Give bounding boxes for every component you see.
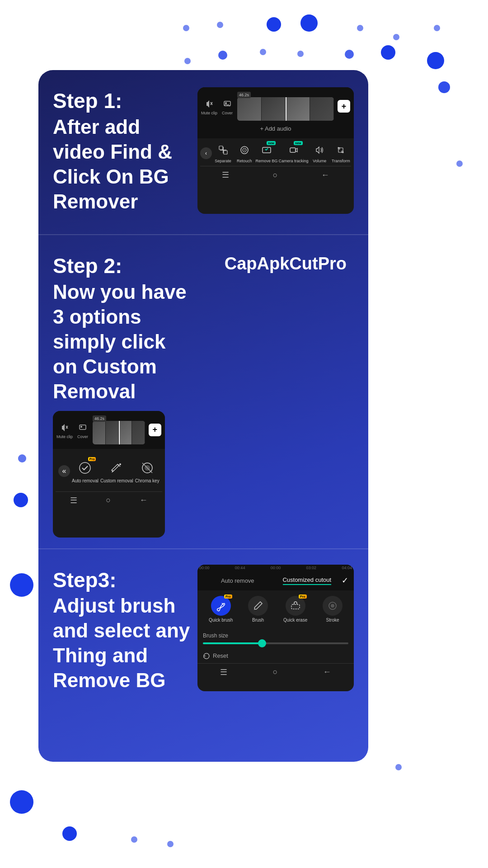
- dot-right-1: [395, 764, 402, 770]
- step3-cutout-tabs: Auto remove Customized cutout ✓: [197, 571, 354, 590]
- step3-reset-row[interactable]: Reset: [197, 649, 354, 663]
- dot-2: [217, 22, 223, 28]
- step3-description: Adjust brush and select any Thing and Re…: [53, 594, 190, 691]
- svg-point-16: [80, 462, 90, 473]
- dot-13: [381, 45, 395, 60]
- step2-mute-btn[interactable]: Mute clip: [56, 421, 73, 439]
- step3-menu-icon[interactable]: ☰: [220, 667, 227, 677]
- dot-5: [357, 25, 363, 31]
- tool-volume[interactable]: Volume: [310, 143, 330, 163]
- svg-rect-5: [224, 151, 227, 154]
- dot-left-1: [18, 454, 26, 462]
- svg-rect-10: [290, 148, 296, 152]
- dot-11: [297, 51, 304, 57]
- svg-point-15: [80, 426, 82, 428]
- step3-number: Step3:: [53, 568, 117, 592]
- main-card: Step 1: After add video Find & Click On …: [38, 70, 368, 762]
- step3-home-icon[interactable]: ○: [273, 667, 278, 677]
- step1-number: Step 1:: [53, 89, 122, 113]
- dot-9: [218, 51, 227, 60]
- step3-screenshot: 00:0000:4400:0003:0204:04 Auto remove Cu…: [197, 565, 354, 691]
- dot-12: [345, 50, 354, 59]
- dot-6: [393, 34, 399, 40]
- step1-text: Step 1: After add video Find & Click On …: [53, 84, 197, 214]
- step2-description: Now you have 3 options simply click on C…: [53, 281, 187, 402]
- tab-auto-remove[interactable]: Auto remove: [203, 576, 272, 586]
- brand-text: CapApkCutPro: [225, 249, 354, 274]
- step2-screenshot: Mute clip Cover 46: [53, 411, 165, 538]
- dot-left-4: [10, 790, 33, 814]
- step1-chevron-left[interactable]: ‹: [200, 147, 212, 159]
- tool-camera-tracking[interactable]: new Camera tracking: [279, 143, 309, 163]
- tool-transform[interactable]: Transform: [331, 143, 351, 163]
- tool-chroma-key[interactable]: Chroma key: [135, 459, 160, 483]
- svg-rect-21: [291, 604, 300, 609]
- back-icon[interactable]: ←: [321, 170, 329, 180]
- svg-rect-4: [219, 146, 223, 150]
- dot-14: [427, 52, 444, 69]
- check-btn[interactable]: ✓: [342, 576, 348, 585]
- step2-chevron-left[interactable]: «: [58, 465, 70, 477]
- dot-left-2: [14, 493, 28, 507]
- step3-time-row: 00:0000:4400:0003:0204:04: [197, 565, 354, 571]
- svg-point-8: [244, 150, 245, 151]
- step3-brush-size: Brush size: [197, 628, 354, 649]
- tool-remove-bg[interactable]: new Remove BG: [255, 143, 277, 163]
- step1-toolbar: ‹ Separate: [197, 138, 354, 184]
- dot-right-2: [438, 81, 450, 93]
- dot-right-3: [456, 160, 463, 167]
- step2-add-btn[interactable]: +: [149, 424, 161, 436]
- dot-10: [260, 49, 266, 55]
- add-audio-row[interactable]: + Add audio: [201, 123, 350, 134]
- step3-section: Step3: Adjust brush and select any Thing…: [38, 549, 368, 762]
- dot-3: [267, 17, 281, 32]
- svg-point-23: [331, 604, 334, 608]
- step2-menu-icon[interactable]: ☰: [70, 495, 77, 505]
- dot-left-3: [10, 573, 33, 597]
- step3-nav-bar: ☰ ○ ←: [197, 663, 354, 679]
- step2-nav-bar: ☰ ○ ←: [56, 491, 162, 507]
- menu-icon[interactable]: ☰: [222, 170, 229, 180]
- dot-8: [184, 58, 191, 64]
- tab-customized-cutout[interactable]: Customized cutout: [272, 575, 342, 587]
- dot-7: [434, 25, 440, 31]
- dot-bottom-1: [62, 826, 77, 841]
- dot-1: [183, 25, 189, 31]
- brush-tool-quick-erase[interactable]: Pro Quick erase: [283, 596, 307, 623]
- video-strip-container: 46.2s: [237, 92, 334, 121]
- step1-screenshot: Mute clip Cover 46.2s: [197, 87, 354, 214]
- svg-point-17: [119, 463, 121, 465]
- step1-description: After add video Find & Click On BG Remov…: [53, 116, 172, 212]
- add-clip-btn[interactable]: +: [338, 100, 350, 113]
- step2-cover-btn[interactable]: Cover: [76, 421, 89, 439]
- step2-toolbar: « Pro Auto removal: [53, 449, 165, 510]
- step2-home-icon[interactable]: ○: [106, 495, 111, 505]
- tool-custom-removal[interactable]: Custom removal: [100, 459, 133, 483]
- step2-timeline-area: Mute clip Cover 46: [53, 411, 165, 449]
- step2-back-icon[interactable]: ←: [140, 495, 148, 505]
- tool-separate[interactable]: Separate: [213, 143, 233, 163]
- step3-brush-tools: Pro Quick brush: [197, 590, 354, 628]
- dot-bottom-3: [167, 841, 174, 847]
- brush-tool-stroke[interactable]: Stroke: [323, 596, 343, 623]
- dot-4: [300, 14, 318, 32]
- step2-section: Step 2: Now you have 3 options simply cl…: [38, 235, 368, 549]
- step3-text: Step3: Adjust brush and select any Thing…: [53, 563, 197, 693]
- svg-rect-14: [80, 425, 86, 429]
- tool-retouch[interactable]: Retouch: [234, 143, 254, 163]
- brush-tool-quick-brush[interactable]: Pro Quick brush: [209, 596, 233, 623]
- step1-nav-bar: ☰ ○ ←: [200, 166, 351, 182]
- tool-auto-removal[interactable]: Pro Auto removal: [72, 459, 99, 483]
- step2-number: Step 2:: [53, 254, 122, 278]
- brush-size-slider[interactable]: [258, 639, 266, 647]
- home-icon[interactable]: ○: [273, 170, 278, 180]
- step1-section: Step 1: After add video Find & Click On …: [38, 70, 368, 235]
- mute-btn[interactable]: Mute clip: [201, 97, 217, 115]
- svg-rect-11: [338, 148, 343, 152]
- step3-back-icon[interactable]: ←: [323, 667, 331, 677]
- cover-btn[interactable]: Cover: [221, 97, 234, 115]
- step2-text: Step 2: Now you have 3 options simply cl…: [53, 249, 197, 404]
- brush-tool-brush[interactable]: Brush: [248, 596, 268, 623]
- dot-bottom-2: [131, 836, 137, 843]
- step1-timeline-area: Mute clip Cover 46.2s: [197, 87, 354, 138]
